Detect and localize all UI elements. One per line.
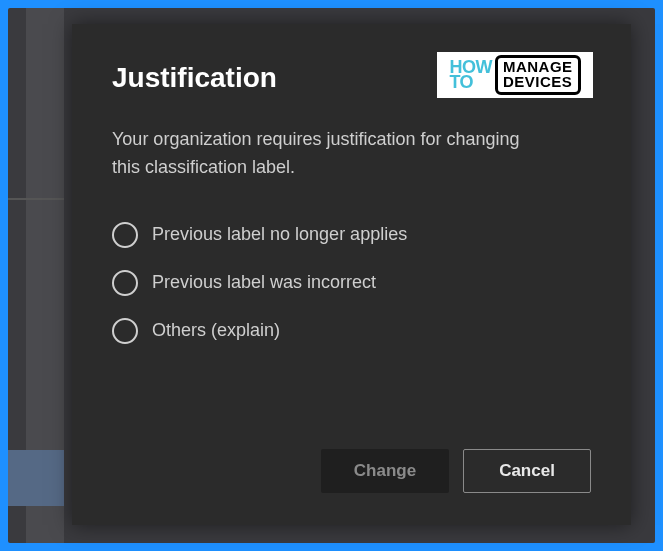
radio-icon (112, 318, 138, 344)
radio-icon (112, 270, 138, 296)
bg-strip (8, 198, 64, 200)
justification-radio-group: Previous label no longer applies Previou… (112, 222, 591, 344)
watermark-to: TO (449, 75, 492, 90)
justification-dialog: HOW TO MANAGE DEVICES Justification Your… (72, 24, 631, 525)
app-backdrop: HOW TO MANAGE DEVICES Justification Your… (8, 8, 655, 543)
dialog-button-row: Change Cancel (112, 449, 591, 493)
change-button[interactable]: Change (321, 449, 449, 493)
watermark-logo: HOW TO MANAGE DEVICES (437, 52, 593, 98)
radio-label: Previous label was incorrect (152, 272, 376, 293)
watermark-box: MANAGE DEVICES (495, 55, 581, 95)
bg-strip (8, 450, 64, 506)
cancel-button[interactable]: Cancel (463, 449, 591, 493)
watermark-text: HOW TO (449, 60, 492, 91)
radio-label: Previous label no longer applies (152, 224, 407, 245)
radio-option-incorrect[interactable]: Previous label was incorrect (112, 270, 591, 296)
radio-label: Others (explain) (152, 320, 280, 341)
radio-icon (112, 222, 138, 248)
dialog-description: Your organization requires justification… (112, 126, 552, 182)
watermark-devices: DEVICES (503, 75, 573, 89)
radio-option-others[interactable]: Others (explain) (112, 318, 591, 344)
radio-option-no-longer-applies[interactable]: Previous label no longer applies (112, 222, 591, 248)
